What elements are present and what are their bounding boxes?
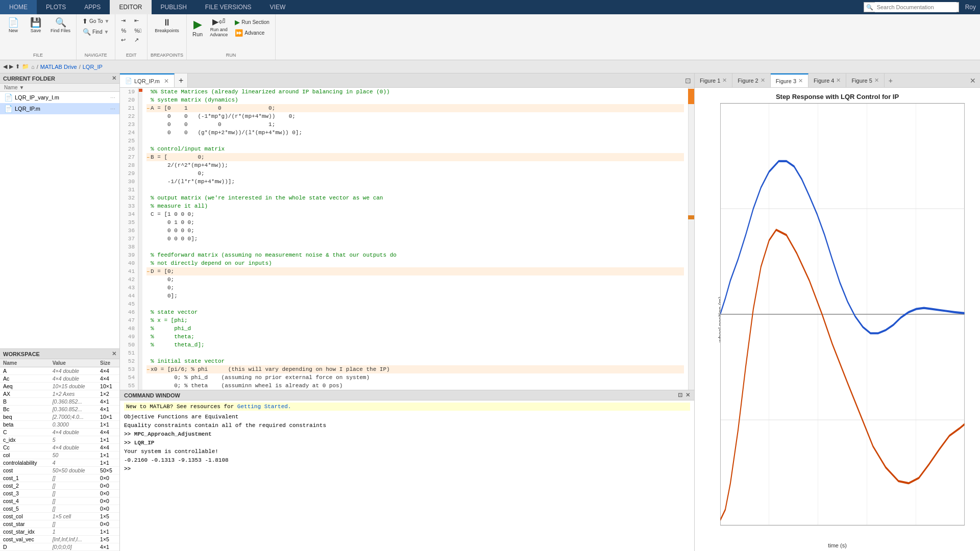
uncomment-button[interactable]: %⃝: [132, 26, 144, 35]
expand-button[interactable]: ↗: [132, 36, 144, 44]
fig-tab-close[interactable]: ✕: [761, 77, 765, 84]
indent-button[interactable]: ⇥: [118, 16, 131, 25]
file-item-lqr-vary[interactable]: 📄 LQR_IP_vary_l.m ⋯: [0, 92, 119, 103]
code-line: % feedforward matrix (assuming no measur…: [146, 251, 684, 259]
workspace-row[interactable]: cost_5 [] 0×0: [0, 505, 119, 513]
workspace-row[interactable]: Cc 4×4 double 4×4: [0, 444, 119, 452]
workspace-row[interactable]: AX 1×2 Axes 1×2: [0, 390, 119, 398]
workspace-header: WORKSPACE ✕: [0, 349, 119, 359]
fig-tab-close[interactable]: ✕: [836, 77, 841, 84]
tab-close-icon[interactable]: ✕: [164, 78, 169, 85]
nav-back-icon[interactable]: ◀: [3, 63, 7, 70]
nav-view[interactable]: VIEW: [261, 0, 295, 14]
run-advance-button[interactable]: ▶⏎ Run and Advance: [207, 16, 230, 39]
figure-tab-figure4[interactable]: Figure 4✕: [808, 73, 846, 87]
scrollbar-right[interactable]: [688, 88, 694, 390]
code-line: % measure it all): [146, 202, 684, 210]
workspace-row[interactable]: controlalability 4 1×1: [0, 459, 119, 467]
workspace-row[interactable]: cost_val_vec [Inf,Inf,Inf,I... 1×5: [0, 536, 119, 543]
cmd-collapse-icon[interactable]: ⊡: [678, 392, 682, 398]
nav-home[interactable]: HOME: [0, 0, 37, 14]
workspace-row[interactable]: cost_1 [] 0×0: [0, 474, 119, 482]
path-matlab-drive[interactable]: MATLAB Drive: [40, 64, 77, 70]
goto-icon: ⬆: [82, 17, 88, 25]
nav-forward-icon[interactable]: ▶: [9, 63, 13, 70]
file-column-headers: Name ▼: [0, 84, 119, 92]
error-mark: [139, 89, 142, 92]
fig-tab-close[interactable]: ✕: [722, 77, 727, 84]
ws-var-name: cost_col: [0, 513, 50, 520]
code-line: –A = [0 1 0 0;: [146, 104, 684, 112]
file-item-lqr-ip[interactable]: 📄 LQR_IP.m ⋯: [0, 103, 119, 114]
workspace-row[interactable]: Bc [0.360.852... 4×1: [0, 406, 119, 413]
workspace-close-icon[interactable]: ✕: [112, 350, 116, 357]
nav-publish[interactable]: PUBLISH: [152, 0, 196, 14]
run-button[interactable]: ▶ Run: [190, 16, 205, 39]
add-figure-tab[interactable]: +: [885, 77, 897, 85]
editor-collapse-icon[interactable]: ⊡: [682, 77, 694, 85]
ws-var-size: 1×2: [97, 390, 119, 398]
workspace-row[interactable]: Aeq 10×15 double 10×1: [0, 383, 119, 390]
breakpoints-section-label: BREAKPOINTS: [151, 52, 183, 58]
save-button[interactable]: 💾 Save: [26, 16, 46, 35]
workspace-row[interactable]: Ac 4×4 double 4×4: [0, 375, 119, 383]
code-line: % theta;: [146, 333, 684, 341]
workspace-row[interactable]: cost_star_idx 1 1×1: [0, 528, 119, 536]
find-files-icon: 🔍: [55, 18, 66, 27]
workspace-row[interactable]: c_idx 5 1×1: [0, 436, 119, 444]
run-section-button[interactable]: ▶ Run Section: [232, 17, 272, 27]
new-button[interactable]: 📄 New: [3, 16, 23, 35]
breakpoints-button[interactable]: ⏸ Breakpoints: [152, 16, 182, 35]
file-menu-ip[interactable]: ⋯: [110, 106, 115, 112]
workspace-row[interactable]: cost_col 1×5 cell 1×5: [0, 513, 119, 520]
workspace-row[interactable]: cost_4 [] 0×0: [0, 497, 119, 505]
workspace-row[interactable]: cost_2 [] 0×0: [0, 482, 119, 490]
find-files-button[interactable]: 🔍 Find Files: [48, 16, 73, 35]
workspace-row[interactable]: D [0;0;0;0] 4×1: [0, 543, 119, 551]
path-lqr-ip[interactable]: LQR_IP: [83, 64, 103, 70]
nav-plots[interactable]: PLOTS: [37, 0, 75, 14]
wrap-button[interactable]: ↩: [118, 36, 131, 44]
toolbar-run-section: ▶ Run ▶⏎ Run and Advance ▶ Run Section ⏩…: [187, 14, 276, 60]
workspace-row[interactable]: beta 0.3000 1×1: [0, 421, 119, 429]
ws-var-value: 1×5 cell: [50, 513, 97, 520]
figure-panel-close[interactable]: ✕: [966, 77, 980, 85]
ws-var-size: 4×1: [97, 398, 119, 406]
nav-apps[interactable]: APPS: [75, 0, 110, 14]
figure-tab-figure5[interactable]: Figure 5✕: [846, 73, 884, 87]
workspace-row[interactable]: A 4×4 double 4×4: [0, 367, 119, 375]
comment-button[interactable]: %: [118, 26, 131, 35]
search-documentation-input[interactable]: [875, 2, 957, 12]
cmd-close-icon[interactable]: ✕: [685, 392, 690, 398]
ws-var-name: cost_3: [0, 490, 50, 497]
goto-button[interactable]: ⬆ Go To ▼: [80, 16, 112, 26]
figure-tab-figure1[interactable]: Figure 1✕: [695, 73, 732, 87]
nav-file-versions[interactable]: FILE VERSIONS: [196, 0, 261, 14]
workspace-row[interactable]: C 4×4 double 4×4: [0, 429, 119, 436]
workspace-row[interactable]: cost_star [] 0×0: [0, 520, 119, 528]
code-content[interactable]: %% State Matrices (already linearized ar…: [142, 88, 688, 390]
outdent-button[interactable]: ⇤: [132, 16, 144, 25]
nav-up-icon[interactable]: ⬆: [15, 63, 20, 70]
workspace-row[interactable]: col 50 1×1: [0, 452, 119, 459]
workspace-row[interactable]: cost_3 [] 0×0: [0, 490, 119, 497]
figure-tab-figure3[interactable]: Figure 3✕: [771, 73, 808, 87]
browse-icon[interactable]: 📁: [22, 63, 29, 70]
file-menu-vary[interactable]: ⋯: [110, 95, 115, 101]
figure-tab-figure2[interactable]: Figure 2✕: [732, 73, 770, 87]
advance-button[interactable]: ⏩ Advance: [232, 28, 272, 38]
workspace-row[interactable]: cost 50×50 double 50×5: [0, 467, 119, 474]
fig-tab-close[interactable]: ✕: [874, 77, 879, 84]
ws-var-value: []: [50, 497, 97, 505]
workspace-row[interactable]: B [0.360.852... 4×1: [0, 398, 119, 406]
find-button[interactable]: 🔍 Find ▼: [80, 27, 111, 37]
nav-editor[interactable]: EDITOR: [110, 0, 151, 14]
code-line: % initial state vector: [146, 357, 684, 365]
center-right: 📄 LQR_IP.m ✕ + ⊡ 19202122232425262728293…: [120, 73, 980, 551]
workspace-row[interactable]: beq [2.7000;4.0... 10×1: [0, 413, 119, 421]
command-notice-link[interactable]: Getting Started.: [237, 404, 291, 410]
editor-tab-lqr-ip[interactable]: 📄 LQR_IP.m ✕: [120, 73, 175, 87]
current-folder-close-icon[interactable]: ✕: [112, 75, 116, 82]
fig-tab-close[interactable]: ✕: [798, 78, 803, 84]
editor-tab-add[interactable]: +: [175, 73, 188, 87]
